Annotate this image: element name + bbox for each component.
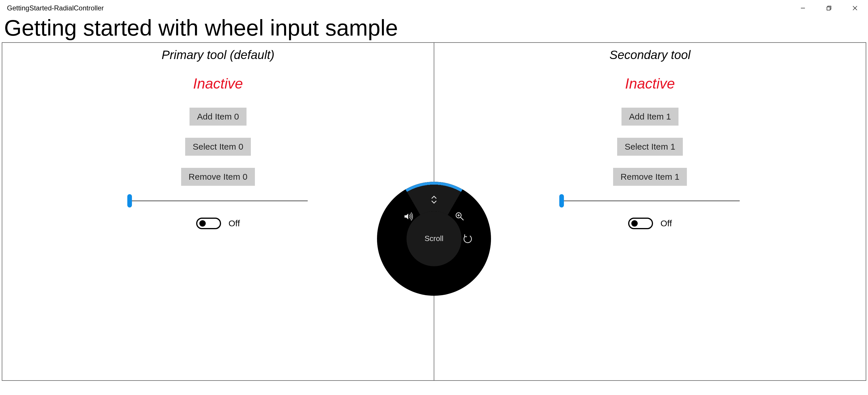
tool-panes: Primary tool (default) Inactive Add Item… <box>2 42 866 381</box>
feature-toggle[interactable] <box>196 218 221 229</box>
feature-toggle[interactable] <box>628 218 653 229</box>
pane-title: Secondary tool <box>609 48 690 62</box>
minimize-button[interactable] <box>790 0 816 16</box>
pane-status: Inactive <box>625 75 675 92</box>
zoom-in-icon <box>455 211 465 222</box>
value-slider[interactable] <box>560 196 740 206</box>
window-titlebar: GettingStarted-RadialController <box>0 0 868 16</box>
value-slider[interactable] <box>128 196 308 206</box>
primary-tool-pane: Primary tool (default) Inactive Add Item… <box>2 43 434 380</box>
slider-thumb[interactable] <box>127 194 132 208</box>
radial-center-label: Scroll <box>406 211 462 266</box>
slider-thumb[interactable] <box>559 194 564 208</box>
toggle-label: Off <box>660 218 672 228</box>
secondary-tool-pane: Secondary tool Inactive Add Item 1 Selec… <box>434 43 866 380</box>
radial-disc: Scroll <box>377 182 491 296</box>
radial-item-undo[interactable] <box>459 231 475 247</box>
toggle-row: Off <box>628 218 672 229</box>
pane-title: Primary tool (default) <box>162 48 275 62</box>
minimize-icon <box>800 5 806 11</box>
remove-item-button[interactable]: Remove Item 1 <box>613 168 687 186</box>
svg-line-6 <box>461 217 464 220</box>
remove-item-button[interactable]: Remove Item 0 <box>181 168 255 186</box>
select-item-button[interactable]: Select Item 0 <box>185 138 251 156</box>
radial-controller-menu[interactable]: Scroll <box>377 182 491 296</box>
window-controls <box>790 0 868 16</box>
page-heading: Getting started with wheel input sample <box>0 16 868 42</box>
add-item-button[interactable]: Add Item 0 <box>189 108 247 126</box>
toggle-row: Off <box>196 218 240 229</box>
scroll-updown-icon <box>429 195 439 205</box>
toggle-knob <box>631 220 638 226</box>
undo-icon <box>462 234 472 244</box>
slider-track <box>128 200 308 202</box>
slider-track <box>560 200 740 202</box>
toggle-knob <box>199 220 206 226</box>
window-title: GettingStarted-RadialController <box>7 4 104 12</box>
close-button[interactable] <box>842 0 868 16</box>
toggle-label: Off <box>228 218 240 228</box>
pane-status: Inactive <box>193 75 243 92</box>
add-item-button[interactable]: Add Item 1 <box>621 108 679 126</box>
select-item-button[interactable]: Select Item 1 <box>617 138 683 156</box>
svg-rect-2 <box>827 7 830 10</box>
maximize-icon <box>826 5 832 11</box>
maximize-button[interactable] <box>816 0 842 16</box>
radial-item-scroll[interactable] <box>426 191 442 208</box>
volume-icon <box>403 211 414 222</box>
close-icon <box>852 5 858 11</box>
